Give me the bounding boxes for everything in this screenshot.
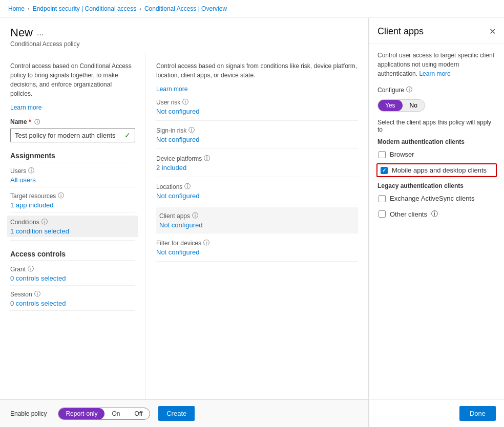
users-label: Users ⓘ xyxy=(10,166,135,175)
panel-title: Client apps xyxy=(377,26,424,37)
filter-devices-row: Filter for devices ⓘ Not configured xyxy=(156,239,358,262)
modern-auth-label: Modern authentication clients xyxy=(377,138,496,145)
configure-row: Configure ⓘ xyxy=(377,86,496,94)
no-toggle[interactable]: No xyxy=(403,100,425,111)
signin-risk-info-icon[interactable]: ⓘ xyxy=(188,126,195,135)
users-info-icon[interactable]: ⓘ xyxy=(28,166,34,175)
breadcrumb: Home › Endpoint security | Conditional a… xyxy=(0,0,504,18)
done-button[interactable]: Done xyxy=(459,406,496,421)
browser-checkbox-row: Browser xyxy=(377,148,496,160)
panel-header: Client apps ✕ xyxy=(369,18,504,44)
exchange-checkbox[interactable] xyxy=(379,195,386,202)
user-risk-row: User risk ⓘ Not configured xyxy=(156,98,358,121)
breadcrumb-sep-2: › xyxy=(139,6,141,12)
off-option[interactable]: Off xyxy=(127,408,150,419)
session-row: Session ⓘ 0 controls selected xyxy=(10,290,135,307)
other-clients-info-icon[interactable]: ⓘ xyxy=(431,209,438,219)
browser-checkbox[interactable] xyxy=(379,151,386,158)
report-only-option[interactable]: Report-only xyxy=(58,408,104,419)
device-platforms-label: Device platforms ⓘ xyxy=(156,154,358,163)
device-platforms-row: Device platforms ⓘ 2 included xyxy=(156,154,358,177)
browser-label: Browser xyxy=(390,151,414,158)
filter-devices-label: Filter for devices ⓘ xyxy=(156,239,358,247)
panel-body: Control user access to target specific c… xyxy=(369,44,504,399)
target-resources-row: Target resources ⓘ 1 app included xyxy=(10,191,135,209)
name-info-icon[interactable]: ⓘ xyxy=(34,119,40,125)
mobile-apps-checkbox-row: Mobile apps and desktop clients xyxy=(376,163,497,177)
device-platforms-value[interactable]: 2 included xyxy=(156,164,358,172)
mobile-apps-checkbox[interactable] xyxy=(381,167,388,174)
other-clients-label: Other clients xyxy=(390,210,427,218)
locations-info-icon[interactable]: ⓘ xyxy=(184,182,191,191)
other-clients-checkbox[interactable] xyxy=(379,210,386,218)
breadcrumb-overview[interactable]: Conditional Access | Overview xyxy=(144,5,227,12)
filter-devices-value[interactable]: Not configured xyxy=(156,248,358,256)
session-value[interactable]: 0 controls selected xyxy=(10,300,135,307)
conditions-label: Conditions ⓘ xyxy=(10,218,135,226)
name-input[interactable]: Test policy for modern auth clients ✓ xyxy=(10,128,135,142)
target-resources-value[interactable]: 1 app included xyxy=(10,201,135,209)
locations-row: Locations ⓘ Not configured xyxy=(156,182,358,205)
page-subtitle: Conditional Access policy xyxy=(10,40,358,48)
session-info-icon[interactable]: ⓘ xyxy=(34,290,40,298)
locations-value[interactable]: Not configured xyxy=(156,192,358,200)
device-platforms-info-icon[interactable]: ⓘ xyxy=(204,154,210,163)
client-apps-row[interactable]: Client apps ⓘ Not configured xyxy=(156,207,358,233)
breadcrumb-sep-1: › xyxy=(28,6,30,12)
left-panel: New ... Conditional Access policy Contro… xyxy=(0,18,369,427)
target-resources-label: Target resources ⓘ xyxy=(10,191,135,200)
left-learn-more-link[interactable]: Learn more xyxy=(10,104,41,111)
bottom-bar: Enable policy Report-only On Off Create xyxy=(0,399,368,427)
on-option[interactable]: On xyxy=(104,408,127,419)
panel-learn-more-link[interactable]: Learn more xyxy=(419,70,450,77)
page-title: New ... xyxy=(10,26,358,39)
user-risk-info-icon[interactable]: ⓘ xyxy=(182,98,188,106)
create-button[interactable]: Create xyxy=(158,406,195,421)
session-label: Session ⓘ xyxy=(10,290,135,298)
policy-toggle-group[interactable]: Report-only On Off xyxy=(58,408,150,420)
right-description: Control access based on signals from con… xyxy=(156,61,358,80)
panel-footer: Done xyxy=(369,399,504,427)
users-row: Users ⓘ All users xyxy=(10,166,135,184)
configure-info-icon[interactable]: ⓘ xyxy=(406,86,412,94)
configure-label: Configure ⓘ xyxy=(377,86,412,94)
right-column: Control access based on signals from con… xyxy=(146,53,368,399)
left-description: Control access based on Conditional Acce… xyxy=(10,61,135,98)
client-apps-value[interactable]: Not configured xyxy=(159,221,355,229)
more-options-icon[interactable]: ... xyxy=(37,28,44,37)
apply-label: Select the client apps this policy will … xyxy=(377,119,496,133)
locations-label: Locations ⓘ xyxy=(156,182,358,191)
exchange-checkbox-row: Exchange ActiveSync clients xyxy=(377,193,496,204)
conditions-info-icon[interactable]: ⓘ xyxy=(41,218,48,226)
signin-risk-value[interactable]: Not configured xyxy=(156,136,358,143)
client-apps-panel: Client apps ✕ Control user access to tar… xyxy=(369,18,504,427)
access-controls-title: Access controls xyxy=(10,250,135,261)
name-field-label: Name * ⓘ xyxy=(10,118,135,126)
user-risk-label: User risk ⓘ xyxy=(156,98,358,106)
right-learn-more-link[interactable]: Learn more xyxy=(156,86,187,93)
enable-policy-label: Enable policy xyxy=(10,410,47,417)
grant-value[interactable]: 0 controls selected xyxy=(10,274,135,282)
conditions-row[interactable]: Conditions ⓘ 1 condition selected xyxy=(7,216,138,237)
required-indicator: * xyxy=(29,118,31,125)
breadcrumb-endpoint[interactable]: Endpoint security | Conditional access xyxy=(33,5,137,12)
filter-devices-info-icon[interactable]: ⓘ xyxy=(203,239,209,247)
assignments-title: Assignments xyxy=(10,152,135,162)
grant-label: Grant ⓘ xyxy=(10,265,135,273)
breadcrumb-home[interactable]: Home xyxy=(8,5,25,12)
target-resources-info-icon[interactable]: ⓘ xyxy=(58,191,64,200)
mobile-apps-label: Mobile apps and desktop clients xyxy=(392,166,487,174)
users-value[interactable]: All users xyxy=(10,176,135,184)
grant-row: Grant ⓘ 0 controls selected xyxy=(10,265,135,282)
client-apps-label: Client apps ⓘ xyxy=(159,211,355,220)
yes-toggle[interactable]: Yes xyxy=(378,100,403,111)
yes-no-toggle[interactable]: Yes No xyxy=(377,99,425,112)
grant-info-icon[interactable]: ⓘ xyxy=(28,265,34,273)
client-apps-info-icon[interactable]: ⓘ xyxy=(192,211,198,220)
page-header: New ... Conditional Access policy xyxy=(0,18,368,53)
conditions-value[interactable]: 1 condition selected xyxy=(10,227,135,235)
signin-risk-row: Sign-in risk ⓘ Not configured xyxy=(156,126,358,149)
panel-description: Control user access to target specific c… xyxy=(377,51,496,78)
user-risk-value[interactable]: Not configured xyxy=(156,108,358,115)
close-panel-button[interactable]: ✕ xyxy=(489,27,496,36)
